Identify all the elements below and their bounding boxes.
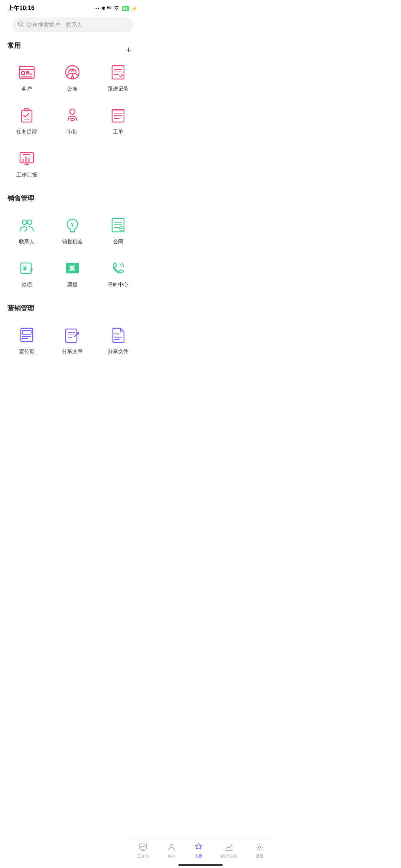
share-file-icon: PDF	[108, 325, 128, 345]
signal-icon: ···	[94, 6, 100, 11]
add-button[interactable]: +	[126, 44, 131, 56]
item-share-article[interactable]: 分享文章	[49, 319, 95, 362]
section-common-title: 常用	[0, 37, 145, 53]
item-approval[interactable]: 审批	[49, 100, 95, 143]
share-file-label: 分享文件	[108, 348, 128, 355]
payment-label: 款项	[22, 282, 32, 288]
task-icon	[17, 106, 36, 125]
contacts-icon	[17, 216, 36, 235]
svg-text:票: 票	[69, 265, 75, 272]
main-content: 常用 客户	[0, 37, 145, 400]
search-placeholder: 快速搜索客户，联系人	[27, 22, 127, 29]
status-icons: ··· ✱ ᴴᴰ 65 ⚡	[94, 5, 137, 11]
work-report-label: 工作汇报	[16, 172, 37, 178]
customer-label: 客户	[22, 86, 32, 92]
sales-opp-icon: ¥	[63, 216, 82, 235]
item-task[interactable]: 任务提醒	[4, 100, 49, 143]
sales-opp-label: 销售机会	[62, 239, 83, 245]
task-label: 任务提醒	[16, 129, 37, 135]
bill-icon: 票	[63, 259, 82, 278]
svg-rect-46	[22, 331, 31, 334]
work-order-label: 工单	[113, 129, 123, 135]
search-bar[interactable]: 快速搜索客户，联系人	[12, 17, 133, 32]
item-bill[interactable]: 票 票据	[49, 253, 95, 296]
work-order-icon	[108, 106, 128, 125]
bluetooth-icon: ✱	[101, 6, 105, 11]
svg-point-17	[70, 109, 75, 114]
wifi-icon	[113, 5, 120, 11]
section-marketing-title: 营销管理	[0, 299, 145, 316]
bill-label: 票据	[67, 282, 78, 288]
approval-label: 审批	[67, 129, 78, 135]
svg-text:¥: ¥	[71, 222, 74, 228]
item-promo-page[interactable]: 宣传页	[4, 319, 49, 362]
contacts-label: 联系人	[19, 239, 35, 245]
svg-text:PDF: PDF	[114, 332, 120, 336]
item-payment[interactable]: ¥ 款项	[4, 253, 49, 296]
svg-rect-6	[26, 74, 31, 75]
svg-point-8	[71, 76, 74, 79]
network-icon: ᴴᴰ	[107, 6, 111, 11]
follow-up-icon	[108, 63, 128, 82]
promo-page-icon	[17, 325, 36, 345]
charging-icon: ⚡	[131, 6, 137, 11]
status-time: 上午10:16	[7, 4, 35, 12]
work-report-icon	[17, 149, 36, 168]
svg-text:¥: ¥	[23, 264, 27, 272]
svg-point-32	[22, 220, 27, 224]
call-center-icon	[108, 259, 128, 278]
svg-rect-24	[20, 152, 33, 163]
public-sea-label: 公海	[67, 86, 78, 92]
item-call-center[interactable]: 呼叫中心	[95, 253, 141, 296]
item-contacts[interactable]: 联系人	[4, 210, 49, 253]
public-sea-icon	[63, 63, 82, 82]
share-article-label: 分享文章	[62, 348, 83, 355]
status-bar: 上午10:16 ··· ✱ ᴴᴰ 65 ⚡	[0, 0, 145, 15]
common-grid: 客户 公海	[0, 53, 145, 190]
customer-icon	[17, 63, 36, 82]
battery-indicator: 65	[122, 6, 129, 11]
contract-icon	[108, 216, 128, 235]
call-center-label: 呼叫中心	[108, 282, 128, 288]
search-icon	[18, 21, 24, 29]
marketing-grid: 宣传页 分享文章 PDF	[0, 316, 145, 366]
svg-rect-14	[22, 110, 32, 122]
sales-grid: 联系人 ¥ 销售机会	[0, 206, 145, 299]
item-sales-opp[interactable]: ¥ 销售机会	[49, 210, 95, 253]
search-wrapper: 快速搜索客户，联系人 +	[6, 17, 139, 32]
svg-rect-7	[22, 76, 32, 77]
follow-up-label: 跟进记录	[108, 86, 128, 92]
item-contract[interactable]: 合同	[95, 210, 141, 253]
item-share-file[interactable]: PDF 分享文件	[95, 319, 141, 362]
item-work-report[interactable]: 工作汇报	[4, 143, 49, 186]
item-customer[interactable]: 客户	[4, 57, 49, 100]
item-public-sea[interactable]: 公海	[49, 57, 95, 100]
section-sales-title: 销售管理	[0, 190, 145, 206]
promo-page-label: 宣传页	[19, 348, 35, 355]
svg-rect-4	[22, 72, 25, 75]
svg-point-18	[70, 118, 75, 121]
item-follow-up[interactable]: 跟进记录	[95, 57, 141, 100]
approval-icon	[63, 106, 82, 125]
svg-line-1	[22, 25, 23, 27]
contract-label: 合同	[113, 239, 123, 245]
svg-rect-5	[26, 72, 29, 73]
payment-icon: ¥	[17, 259, 36, 278]
svg-point-33	[27, 220, 32, 224]
share-article-icon	[63, 325, 82, 345]
item-work-order[interactable]: 工单	[95, 100, 141, 143]
